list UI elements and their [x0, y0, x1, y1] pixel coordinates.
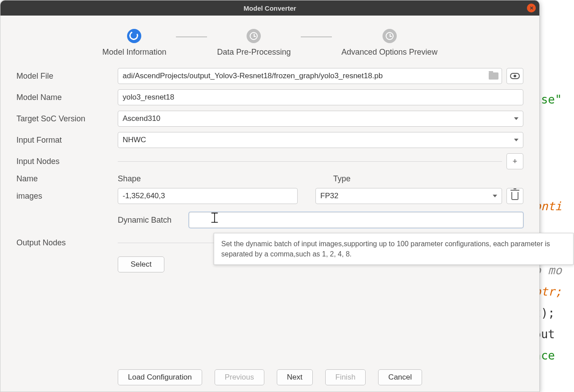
clock-icon: [383, 29, 397, 43]
model-converter-dialog: Model Converter ✕ Model Information Data…: [0, 0, 540, 392]
step-advanced-options-preview[interactable]: Advanced Options Preview: [342, 29, 438, 57]
label-dynamic-batch: Dynamic Batch: [118, 216, 189, 225]
wizard-button-bar: Load Configuration Previous Next Finish …: [0, 369, 539, 385]
model-file-input[interactable]: [118, 68, 502, 84]
chevron-down-icon: [514, 117, 518, 120]
section-divider: [118, 161, 502, 162]
step-model-information[interactable]: Model Information: [102, 29, 166, 57]
label-model-file: Model File: [16, 72, 118, 81]
check-icon: [127, 29, 141, 43]
folder-icon[interactable]: [489, 72, 498, 80]
column-header-shape: Shape: [118, 174, 315, 184]
label-output-nodes: Output Nodes: [16, 238, 118, 248]
finish-button[interactable]: Finish: [325, 369, 366, 385]
label-input-format: Input Format: [16, 136, 118, 145]
cancel-button[interactable]: Cancel: [378, 369, 422, 385]
add-input-node-button[interactable]: +: [506, 153, 523, 169]
next-button[interactable]: Next: [277, 369, 313, 385]
delete-input-node-button[interactable]: [506, 188, 523, 204]
select-value: FP32: [320, 192, 339, 200]
view-model-button[interactable]: [506, 68, 523, 84]
plus-icon: +: [513, 157, 518, 166]
select-value: Ascend310: [123, 114, 160, 123]
close-button[interactable]: ✕: [527, 4, 536, 12]
previous-button[interactable]: Previous: [215, 369, 264, 385]
label-input-nodes: Input Nodes: [16, 157, 118, 166]
select-output-nodes-button[interactable]: Select: [118, 256, 164, 272]
step-data-preprocessing[interactable]: Data Pre-Processing: [217, 29, 291, 57]
dynamic-batch-input[interactable]: [189, 212, 523, 228]
step-connector: [301, 36, 332, 37]
dynamic-batch-tooltip: Set the dynamic batch of input images,su…: [214, 233, 574, 265]
model-name-input[interactable]: [118, 89, 523, 105]
step-label: Advanced Options Preview: [342, 48, 438, 57]
wizard-stepper: Model Information Data Pre-Processing Ad…: [0, 16, 539, 68]
input-node-name: images: [16, 192, 118, 201]
target-soc-select[interactable]: Ascend310: [118, 111, 523, 127]
shape-input[interactable]: [118, 188, 298, 204]
input-format-select[interactable]: NHWC: [118, 132, 523, 148]
chevron-down-icon: [493, 195, 497, 197]
step-connector: [176, 36, 207, 37]
close-icon: ✕: [530, 5, 534, 11]
trash-icon: [511, 192, 518, 200]
label-target-soc: Target SoC Version: [16, 114, 118, 124]
load-configuration-button[interactable]: Load Configuration: [118, 369, 202, 385]
step-label: Model Information: [102, 48, 166, 57]
window-title: Model Converter: [243, 4, 296, 12]
titlebar: Model Converter ✕: [0, 0, 539, 16]
eye-icon: [510, 73, 520, 79]
step-label: Data Pre-Processing: [217, 48, 291, 57]
type-select[interactable]: FP32: [315, 188, 502, 204]
column-header-type: Type: [315, 174, 523, 184]
column-header-name: Name: [16, 174, 118, 184]
label-model-name: Model Name: [16, 93, 118, 102]
chevron-down-icon: [514, 139, 518, 141]
clock-icon: [247, 29, 261, 43]
select-value: NHWC: [123, 136, 146, 144]
